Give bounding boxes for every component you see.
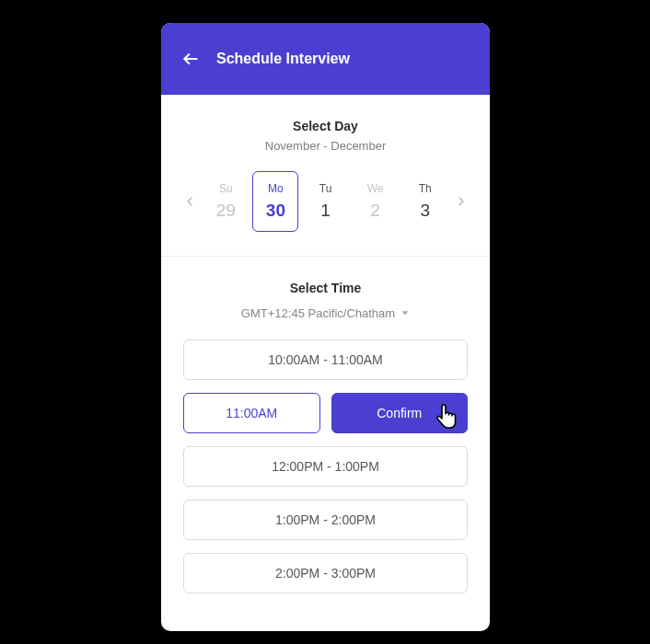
time-slot-list: 10:00AM - 11:00AM 11:00AM Confirm 12:00P… bbox=[183, 339, 468, 593]
day-of-week: Tu bbox=[319, 182, 332, 195]
next-week-icon[interactable] bbox=[452, 194, 471, 209]
day-number: 2 bbox=[370, 201, 380, 221]
day-option[interactable]: Mo 30 bbox=[252, 171, 298, 232]
svg-marker-1 bbox=[402, 311, 409, 315]
day-number: 30 bbox=[266, 201, 285, 221]
selected-slot-row: 11:00AM Confirm bbox=[183, 393, 468, 433]
time-slot[interactable]: 12:00PM - 1:00PM bbox=[183, 446, 468, 487]
timezone-selector[interactable]: GMT+12:45 Pacific/Chatham bbox=[241, 306, 410, 320]
select-time-section: Select Time GMT+12:45 Pacific/Chatham 10… bbox=[161, 257, 490, 593]
time-slot[interactable]: 10:00AM - 11:00AM bbox=[183, 339, 468, 380]
day-row: Su 29 Mo 30 Tu 1 We 2 Th 3 bbox=[180, 171, 471, 256]
time-slot[interactable]: 1:00PM - 2:00PM bbox=[183, 500, 468, 540]
day-option[interactable]: Th 3 bbox=[402, 171, 448, 232]
day-option[interactable]: Tu 1 bbox=[302, 171, 348, 232]
day-number: 3 bbox=[420, 201, 430, 221]
day-of-week: Su bbox=[219, 182, 233, 195]
confirm-button[interactable]: Confirm bbox=[331, 393, 469, 433]
back-arrow-icon[interactable] bbox=[181, 50, 200, 68]
page-title: Schedule Interview bbox=[216, 51, 350, 67]
header-bar: Schedule Interview bbox=[161, 23, 490, 95]
month-range: November - December bbox=[180, 139, 471, 153]
selected-time-chip[interactable]: 11:00AM bbox=[183, 393, 320, 433]
prev-week-icon[interactable] bbox=[180, 194, 199, 209]
time-slot[interactable]: 2:00PM - 3:00PM bbox=[183, 553, 468, 593]
timezone-label: GMT+12:45 Pacific/Chatham bbox=[241, 306, 395, 320]
caret-down-icon bbox=[400, 306, 410, 320]
day-number: 29 bbox=[216, 201, 236, 221]
select-time-title: Select Time bbox=[183, 281, 468, 295]
day-of-week: Th bbox=[419, 182, 432, 195]
schedule-card: Schedule Interview Select Day November -… bbox=[161, 23, 490, 631]
day-option[interactable]: We 2 bbox=[353, 171, 399, 232]
day-number: 1 bbox=[320, 201, 331, 221]
select-day-section: Select Day November - December Su 29 Mo … bbox=[161, 95, 490, 256]
day-of-week: Mo bbox=[268, 182, 284, 195]
select-day-title: Select Day bbox=[180, 119, 471, 133]
day-of-week: We bbox=[367, 182, 384, 195]
day-option[interactable]: Su 29 bbox=[203, 171, 249, 232]
